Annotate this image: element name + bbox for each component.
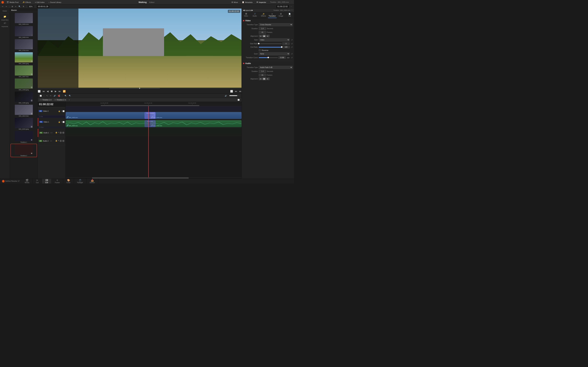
timeline-ruler[interactable]: 01:00:20:00 01:00:22:00 01:00:24:00 xyxy=(66,102,242,105)
timeline-tab-2[interactable]: ✕ Timeline 2 ▾ xyxy=(53,99,67,101)
style-reset-btn[interactable]: ↺ xyxy=(291,39,293,41)
bottom-tab-fairlight[interactable]: 🎵 Fairlight xyxy=(74,179,86,184)
list-item[interactable]: 🖼 IMG_8200.jpeg xyxy=(10,117,37,130)
close-tab-icon[interactable]: ✕ xyxy=(55,99,56,100)
redo-btn[interactable]: ↪ xyxy=(5,5,8,8)
a1-s-btn[interactable]: S xyxy=(60,132,62,134)
v1-clip-icon[interactable]: ⬜ xyxy=(62,121,64,123)
list-item[interactable]: 📽 Timeline 2 xyxy=(10,144,37,157)
sidebar-keywords[interactable]: 🏷 xyxy=(4,22,6,25)
view-options-btn[interactable]: ⊞ xyxy=(11,5,14,8)
loop-btn[interactable]: 🔁 xyxy=(63,90,66,92)
nav-prev-icon[interactable]: ◀ xyxy=(243,9,244,11)
end-ratio-thumb[interactable] xyxy=(281,46,283,48)
v1-clip-2[interactable]: 🔗 IMG_0408.mov +00:05 01:11 xyxy=(150,112,242,119)
sound-library-btn[interactable]: ♪ Sound Library xyxy=(47,1,63,4)
step-back-btn[interactable]: ◀ xyxy=(47,90,49,92)
start-ratio-reset-btn[interactable]: ↺ xyxy=(291,43,293,45)
tab-arrow[interactable]: ▾ xyxy=(51,99,51,101)
list-item[interactable]: 🖼 IMG_1938.jpeg xyxy=(10,78,37,91)
list-item[interactable]: ♪ IMG_0764.mov xyxy=(10,39,37,52)
a1-clip-1[interactable]: 🔗 IMG_0395.mov xyxy=(66,120,148,127)
duration-input[interactable]: 1.4 xyxy=(259,27,266,30)
bottom-tab-color[interactable]: 🎨 Color xyxy=(63,179,74,184)
sort-btn[interactable]: ⇅ xyxy=(22,5,25,8)
v2-clip-icon[interactable]: ⬜ xyxy=(62,110,64,112)
list-view-btn[interactable]: ≡ xyxy=(15,5,17,8)
nav-next-icon[interactable]: ▶ xyxy=(252,9,253,11)
ease-select[interactable]: None xyxy=(259,52,290,55)
audio-frames-input[interactable]: 41 xyxy=(259,74,266,76)
tab-arrow[interactable]: ▾ xyxy=(65,99,66,101)
volume-btn[interactable]: 🔊 xyxy=(224,94,227,97)
snap-tool[interactable]: 🧲 xyxy=(57,94,61,97)
audio-align-end-btn[interactable]: ▶| xyxy=(266,77,269,80)
undo-btn[interactable]: ↩ xyxy=(1,5,4,8)
align-center-btn[interactable]: ◀▶ xyxy=(262,35,266,37)
transition-curve-value[interactable]: 0.098 xyxy=(278,56,286,59)
tab-image[interactable]: 🖼 Image xyxy=(277,12,285,18)
a1-clip-2[interactable]: 🔗 IMG_0408.mov xyxy=(150,120,242,127)
tab-transition[interactable]: ◇ Transition xyxy=(268,12,277,18)
reverse-checkbox[interactable] xyxy=(259,49,261,51)
list-item[interactable]: 🖼 IMG_0994.jpeg xyxy=(10,52,37,65)
a2-view-icon[interactable]: 👁 xyxy=(58,140,59,142)
edit-index-btn[interactable]: ≡ Edit Index xyxy=(34,1,46,4)
blade-tool[interactable]: ✂ xyxy=(49,94,52,97)
frames-input[interactable]: 41 xyxy=(259,31,266,34)
audio-align-start-btn[interactable]: |◀ xyxy=(259,77,262,80)
list-item[interactable]: ♪ IMG_0408.mov xyxy=(10,26,37,39)
select-tool[interactable]: ↖ xyxy=(46,94,48,97)
a1-m-btn[interactable]: M xyxy=(62,132,64,134)
add-timeline-btn[interactable]: ＋ xyxy=(68,99,71,101)
close-tab-icon[interactable]: ✕ xyxy=(40,99,42,100)
a1-view-icon[interactable]: 👁 xyxy=(58,132,59,134)
link-tool[interactable]: 🔗 xyxy=(53,94,56,97)
bottom-tab-cut[interactable]: ✂ Cut xyxy=(33,179,42,184)
style-select[interactable]: Video xyxy=(259,38,290,42)
timeline-settings-btn[interactable]: ⬜ xyxy=(237,99,240,101)
mixer-btn[interactable]: ⊞ Mixer xyxy=(230,1,239,4)
a2-m-btn[interactable]: M xyxy=(62,140,64,142)
curve-next-arrow[interactable]: ▶ xyxy=(288,57,290,58)
volume-slider[interactable] xyxy=(229,95,239,96)
tab-video[interactable]: 🎬 Video xyxy=(242,12,250,18)
tab-file[interactable]: 📄 File xyxy=(285,12,294,18)
list-item[interactable]: 🖼 IMG_4624.heic xyxy=(10,104,37,117)
inspector-btn[interactable]: ⚙ Inspector xyxy=(255,1,268,4)
cross-fade-transition[interactable]: Cross Fade xyxy=(145,120,155,127)
cross-dissolve-transition[interactable]: Cross Dissolve xyxy=(145,112,155,119)
v1-lock-icon[interactable]: 🔒 xyxy=(58,121,60,123)
transition-curve-slider[interactable] xyxy=(259,57,278,58)
last-frame-btn[interactable]: ⏭ xyxy=(239,90,242,92)
curve-prev-arrow[interactable]: ◀ xyxy=(287,57,288,58)
align-start-btn[interactable]: |◀ xyxy=(259,35,262,37)
fullscreen-btn[interactable]: ⏭ xyxy=(235,90,237,92)
sidebar-smart-bins[interactable]: 📁 xyxy=(3,15,6,18)
prev-clip-btn[interactable]: ⏮ xyxy=(43,90,45,92)
list-item[interactable]: 🖼 IMG_0997.heic xyxy=(10,65,37,78)
v2-lock-icon[interactable]: 🔒 xyxy=(58,110,60,112)
metadata-btn[interactable]: 📋 Metadata xyxy=(241,1,254,4)
next-clip-btn[interactable]: ⏭ xyxy=(59,90,61,92)
audio-align-center-btn[interactable]: ◀▶ xyxy=(262,77,266,80)
a1-lock-icon[interactable]: 🔒 xyxy=(55,132,57,134)
transition-curve-thumb[interactable] xyxy=(268,57,269,58)
inspector-more-icon[interactable]: ⋯ xyxy=(291,9,293,11)
bottom-tab-media[interactable]: 🎬 Media xyxy=(21,179,33,184)
timeline-playhead[interactable] xyxy=(148,106,149,177)
ease-reset-btn[interactable]: ↺ xyxy=(291,53,293,55)
preview-scrubber[interactable] xyxy=(38,88,242,89)
more-options-btn[interactable]: ⋯ xyxy=(291,1,293,3)
tab-audio[interactable]: 🎵 Audio xyxy=(250,12,259,18)
audio-transition-type-select[interactable]: Audio Fade 0 dB xyxy=(259,66,293,69)
start-ratio-value[interactable]: 0 xyxy=(282,42,290,45)
bottom-tab-fusion[interactable]: ⚛ Fusion xyxy=(52,179,63,184)
end-ratio-reset-btn[interactable]: ↺ xyxy=(291,46,293,48)
v1-view-icon[interactable]: 👁 xyxy=(61,121,62,123)
timeline-view-btn[interactable]: ⬜ xyxy=(39,94,42,97)
curve-reset-btn[interactable]: ↺ xyxy=(291,57,293,59)
audio-duration-input[interactable]: 1.4 xyxy=(259,70,266,73)
scrollbar-thumb[interactable] xyxy=(101,105,199,106)
preview-mode-btn[interactable]: ⬜ xyxy=(230,90,233,92)
